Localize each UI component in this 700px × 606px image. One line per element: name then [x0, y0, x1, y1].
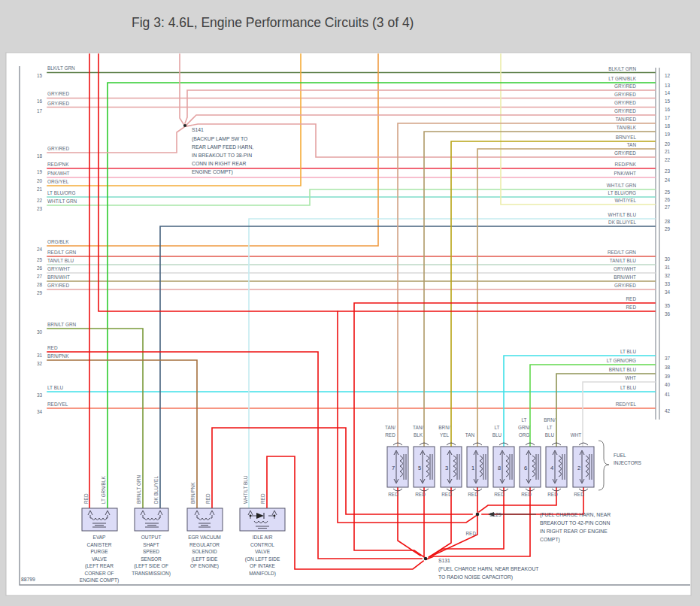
wire-label: TAN — [465, 432, 475, 438]
pin-number: 33 — [37, 392, 43, 398]
pin-number: 20 — [665, 141, 671, 147]
wire-label: RED/LT GRN — [608, 250, 636, 255]
wire-label: YEL — [440, 432, 450, 438]
wire-label: WHT — [625, 375, 636, 380]
wire-label: WHT/LT BLU — [243, 475, 248, 504]
wiring-diagram-svg: Fig 3: 4.6L, Engine Performance Circuits… — [0, 0, 700, 606]
wire-label: TAN/LT BLU — [47, 258, 74, 263]
splice-note-line: TO RADIO NOISE CAPACITOR) — [438, 574, 513, 580]
pin-number: 42 — [665, 408, 671, 414]
splice-note-line: (FUEL CHARGE HARN, NEAR — [540, 512, 611, 518]
wire-label: BLK — [414, 432, 423, 438]
component-name-line: (LEFT SIDE OF — [134, 563, 168, 569]
wire-label: BRN/LT GRN — [47, 322, 76, 327]
pin-number: 24 — [665, 177, 671, 183]
wire-label: BLU — [545, 432, 555, 438]
wire-label: DK BLU/YEL — [153, 476, 159, 504]
pin-number: 30 — [37, 329, 43, 335]
wire-label: RED — [494, 492, 505, 497]
wire-label: ORG/BLK — [47, 239, 69, 244]
wire-label: BRN/ — [544, 417, 555, 423]
pin-number: 29 — [37, 290, 43, 295]
pin-number: 19 — [665, 132, 671, 137]
pin-number: 25 — [37, 257, 43, 262]
component-name-line: CANISTER — [87, 542, 112, 547]
wire-label: WHT/LT GRN — [47, 198, 77, 204]
pin-number: 35 — [665, 303, 671, 308]
wiring-diagram-page: Fig 3: 4.6L, Engine Performance Circuits… — [0, 0, 700, 606]
wire-label: LT GRN/BLK — [101, 476, 106, 504]
pin-number: 27 — [665, 205, 671, 210]
wire-label: LT BLU/ORG — [47, 190, 75, 195]
injector-number: 1 — [471, 465, 474, 471]
splice-note-line: (FUEL CHARGE HARN, NEAR BREAKOUT — [438, 566, 538, 572]
pin-number: 28 — [665, 219, 671, 224]
wire-label: RED — [626, 305, 637, 310]
component-name-line: SENSOR — [141, 556, 162, 562]
pin-number: 26 — [37, 265, 43, 271]
pin-number: 41 — [665, 392, 671, 397]
splice-note-line: IN BREAKOUT TO 38-PIN — [192, 153, 252, 158]
pin-number: 32 — [37, 361, 43, 366]
pin-number: 33 — [665, 281, 671, 286]
splice-note-line: COMPT) — [540, 537, 560, 543]
wire-label: LT BLU — [620, 349, 636, 354]
pin-number: 37 — [665, 356, 671, 361]
wire-label: LT BLU — [620, 385, 636, 390]
wire-label: RED — [260, 493, 265, 504]
wire-label: GRY/RED — [614, 108, 636, 114]
wire-label: TAN/LT BLU — [610, 258, 637, 263]
wire-label: GRY/RED — [614, 92, 636, 97]
wire-label: RED/PNK — [615, 162, 637, 167]
wire-label: LT BLU/ORG — [608, 190, 636, 195]
splice-note-line: IN RIGHT REAR OF ENGINE — [540, 529, 608, 534]
component-name-line: SPEED — [143, 549, 159, 554]
pin-number: 31 — [665, 265, 671, 270]
wire-label: PNK/WHT — [47, 171, 70, 176]
component-name-line: OF ENGINE) — [190, 563, 219, 569]
wire-label: RED/YEL — [616, 401, 637, 407]
wire-label: WHT/LT GRN — [607, 183, 637, 188]
pin-number: 23 — [37, 206, 43, 211]
pin-number: 16 — [37, 98, 43, 104]
pin-number: 20 — [37, 178, 43, 183]
pin-number: 15 — [665, 98, 671, 104]
splice-dot-s131 — [424, 557, 428, 561]
wire-label: WHT — [571, 432, 582, 438]
component-name-line: REGULATOR — [189, 542, 220, 547]
wire-label: GRY/RED — [614, 83, 636, 89]
wire-label: RED/PNK — [47, 162, 69, 167]
pin-number: 34 — [37, 409, 43, 414]
wire-label: BRN/WHT — [47, 274, 70, 280]
component-name-line: (ON LEFT SIDE — [245, 556, 280, 562]
injector-number: 3 — [445, 465, 448, 471]
splice-dot-s129 — [476, 513, 480, 517]
component-box-evap-valve — [82, 508, 117, 531]
wire-label: TAN — [627, 142, 637, 147]
pin-number: 24 — [37, 247, 43, 252]
wire-label: RED — [205, 493, 211, 504]
wire-label: BRN/PNK — [190, 482, 195, 504]
component-box-output-shaft-sensor — [135, 508, 168, 531]
pin-number: 18 — [665, 123, 671, 129]
pin-number: 13 — [665, 83, 671, 88]
wire-label: RED/YEL — [47, 401, 68, 407]
pin-number: 32 — [665, 273, 671, 278]
component-name-line: EVAP — [93, 535, 106, 540]
component-name-line: OF INTAKE — [250, 563, 275, 568]
wire-label: ORG — [519, 432, 530, 438]
wire-label: RED — [47, 345, 58, 350]
wire-label: BLU — [492, 432, 502, 438]
pin-number: 17 — [665, 115, 671, 120]
pin-number: 27 — [37, 274, 43, 279]
component-name-line: PURGE — [90, 549, 108, 554]
wire-label: GRY/WHT — [614, 266, 636, 271]
wire-label: BRN/PNK — [47, 353, 69, 359]
wire-label: LT — [495, 425, 500, 430]
splice-note-line: (BACKUP LAMP SW TO — [192, 136, 247, 142]
component-name-line: SOLENOID — [192, 549, 217, 554]
wire-label: RED — [415, 492, 426, 497]
wire-label: ORG/YEL — [47, 179, 69, 184]
page-title: Fig 3: 4.6L, Engine Performance Circuits… — [132, 15, 414, 30]
wire-label: LT BLU — [47, 385, 63, 390]
